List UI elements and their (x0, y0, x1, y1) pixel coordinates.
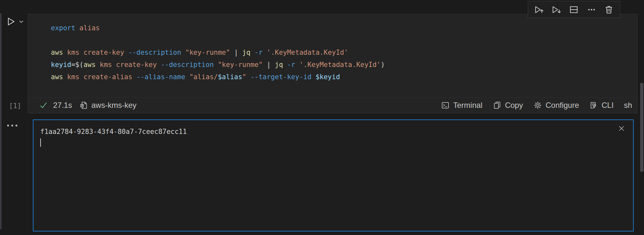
close-output-button[interactable] (618, 125, 625, 132)
check-icon (39, 101, 48, 110)
code-line: export alias (51, 22, 634, 34)
gear-icon (533, 101, 542, 110)
code-editor[interactable]: export aliasaws kms create-key --descrip… (28, 14, 637, 97)
cell-status-bar: 27.1s aws-kms-key (28, 97, 637, 113)
cli-icon (589, 101, 598, 110)
editor-left-border (0, 14, 2, 229)
ellipsis-icon (586, 5, 597, 15)
execute-below-button[interactable] (550, 3, 563, 16)
terminal-cursor (40, 138, 41, 147)
vertical-scrollbar[interactable] (640, 83, 643, 172)
chevron-down-icon[interactable] (18, 18, 25, 25)
code-line: aws kms create-alias --alias-name "alias… (51, 71, 634, 83)
notebook-cell: export aliasaws kms create-key --descrip… (28, 14, 638, 113)
cell-name: aws-kms-key (91, 101, 137, 110)
execution-duration: 27.1s (53, 101, 72, 110)
run-cell-button[interactable] (5, 15, 17, 28)
terminal-label: Terminal (453, 101, 482, 110)
play-up-icon (534, 5, 544, 15)
configure-button[interactable]: Configure (533, 101, 579, 110)
split-cell-icon (569, 5, 579, 15)
configure-label: Configure (545, 101, 579, 110)
play-down-icon (551, 5, 562, 15)
execute-above-button[interactable] (533, 3, 545, 16)
code-line (51, 34, 634, 46)
output-line: f1aa2784-9283-43f4-80a7-7ceec87ecc11 (40, 127, 625, 137)
terminal-button[interactable]: Terminal (441, 101, 482, 110)
cli-button[interactable]: CLI (589, 101, 613, 110)
delete-cell-button[interactable] (602, 3, 615, 16)
terminal-icon (441, 101, 450, 110)
copy-label: Copy (505, 101, 523, 110)
code-line: keyid=$(aws kms create-key --description… (51, 59, 634, 71)
ellipsis-icon (7, 125, 17, 127)
cli-label: CLI (601, 101, 613, 110)
more-actions-button[interactable] (585, 3, 598, 16)
code-line: aws kms create-key --description "key-ru… (51, 46, 634, 59)
output-options-menu[interactable] (7, 123, 19, 128)
cell-output: f1aa2784-9283-43f4-80a7-7ceec87ecc11 (33, 119, 634, 231)
cell-toolbar (528, 1, 620, 18)
copy-icon (493, 101, 502, 110)
execution-count: [1] (9, 102, 21, 110)
language-indicator[interactable]: sh (624, 101, 632, 110)
close-icon (618, 125, 625, 132)
split-cell-button[interactable] (567, 3, 580, 16)
play-icon (5, 16, 17, 27)
copy-button[interactable]: Copy (493, 101, 523, 110)
trash-icon (604, 5, 614, 15)
file-link-icon (79, 101, 88, 110)
